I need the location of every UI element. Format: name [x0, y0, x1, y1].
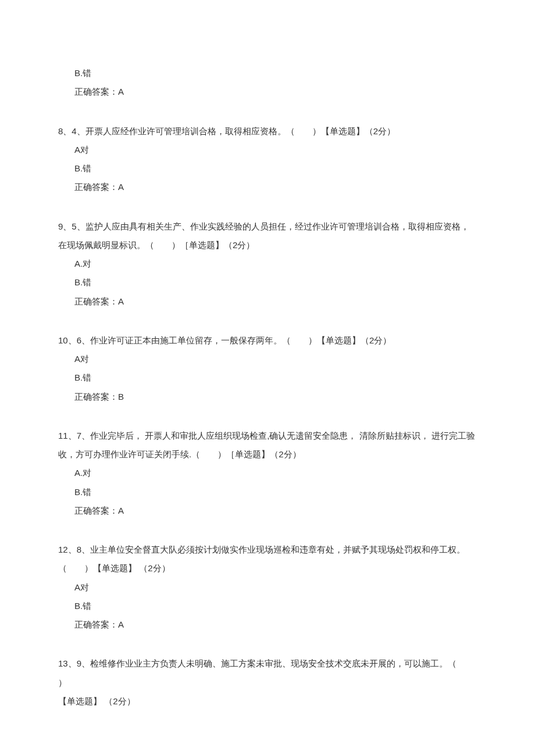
- option-a: A对: [58, 350, 477, 368]
- question-number: 11、7、: [58, 431, 90, 440]
- option-a: A.对: [58, 464, 477, 482]
- question-text: 11、7、作业完毕后， 开票人和审批人应组织现场检查,确认无遗留安全隐患， 清除…: [58, 427, 477, 464]
- question-text: 12、8、业主单位安全督直大队必须按计划做实作业现场巡检和违章有处，并赋予其现场…: [58, 540, 477, 578]
- question-8: 8、4、开票人应经作业许可管理培训合格，取得相应资格。（ ）【单选题】（2分） …: [58, 122, 477, 197]
- question-12: 12、8、业主单位安全督直大队必须按计划做实作业现场巡检和违章有处，并赋予其现场…: [58, 540, 477, 634]
- question-number: 9、5、: [58, 221, 85, 231]
- option-b: B.错: [58, 597, 477, 615]
- correct-answer: 正确答案：A: [58, 292, 477, 311]
- question-body: 监护人应由具有相关生产、作业实践经验的人员担任，经过作业许可管理培训合格，取得相…: [58, 221, 469, 250]
- question-line-3: 【单选题】 （2分）: [58, 692, 477, 711]
- option-b: B.错: [58, 483, 477, 501]
- question-continuation: B.错 正确答案：A: [58, 64, 477, 102]
- question-11: 11、7、作业完毕后， 开票人和审批人应组织现场检查,确认无遗留安全隐患， 清除…: [58, 427, 477, 520]
- option-b: B.错: [58, 368, 477, 387]
- question-number: 10、6、: [58, 335, 90, 345]
- question-line-2: ）: [58, 673, 477, 692]
- question-body: 作业完毕后， 开票人和审批人应组织现场检查,确认无遗留安全隐患， 清除所贴挂标识…: [58, 431, 475, 459]
- question-text: 8、4、开票人应经作业许可管理培训合格，取得相应资格。（ ）【单选题】（2分）: [58, 122, 477, 141]
- question-body: 检维修作业业主方负责人未明确、施工方案未审批、现场安全技术交底未开展的，可以施工…: [90, 658, 456, 668]
- option-a: A对: [58, 578, 477, 597]
- question-text: 10、6、作业许可证正本由施工单位留存，一般保存两年。（ ）【单选题】（2分）: [58, 331, 477, 350]
- question-body: 开票人应经作业许可管理培训合格，取得相应资格。（ ）【单选题】（2分）: [85, 126, 395, 136]
- question-body: 作业许可证正本由施工单位留存，一般保存两年。（ ）【单选题】（2分）: [90, 335, 391, 345]
- correct-answer: 正确答案：A: [58, 83, 477, 101]
- correct-answer: 正确答案：A: [58, 615, 477, 634]
- correct-answer: 正确答案：A: [58, 178, 477, 196]
- question-number: 8、4、: [58, 126, 85, 136]
- question-10: 10、6、作业许可证正本由施工单位留存，一般保存两年。（ ）【单选题】（2分） …: [58, 331, 477, 406]
- option-b: B.错: [58, 273, 477, 292]
- question-number: 13、9、: [58, 658, 90, 668]
- question-body: 业主单位安全督直大队必须按计划做实作业现场巡检和违章有处，并赋予其现场处罚权和停…: [58, 544, 465, 573]
- question-13: 13、9、检维修作业业主方负责人未明确、施工方案未审批、现场安全技术交底未开展的…: [58, 654, 477, 711]
- question-text: 13、9、检维修作业业主方负责人未明确、施工方案未审批、现场安全技术交底未开展的…: [58, 654, 477, 673]
- option-b: B.错: [58, 159, 477, 178]
- question-number: 12、8、: [58, 544, 90, 554]
- question-9: 9、5、监护人应由具有相关生产、作业实践经验的人员担任，经过作业许可管理培训合格…: [58, 217, 477, 311]
- option-b: B.错: [58, 64, 477, 83]
- question-text: 9、5、监护人应由具有相关生产、作业实践经验的人员担任，经过作业许可管理培训合格…: [58, 217, 477, 255]
- correct-answer: 正确答案：A: [58, 501, 477, 520]
- option-a: A对: [58, 141, 477, 159]
- correct-answer: 正确答案：B: [58, 388, 477, 406]
- option-a: A.对: [58, 255, 477, 273]
